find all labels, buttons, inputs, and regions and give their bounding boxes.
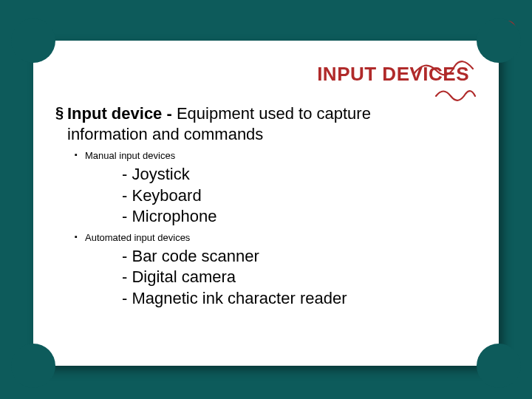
slide-card: INPUT DEVICES Input device - Equipment u… [33, 41, 499, 366]
section-heading: Automated input devices [55, 232, 477, 243]
list-item: Digital camera [122, 267, 477, 288]
definition-line: Input device - Equipment used to capture… [55, 103, 440, 144]
list-item: Joystick [122, 164, 477, 185]
section-list: Bar code scanner Digital camera Magnetic… [55, 246, 477, 310]
corner-notch [11, 18, 55, 63]
list-item: Keyboard [122, 185, 477, 207]
section-list: Joystick Keyboard Microphone [55, 164, 477, 228]
corner-notch [477, 344, 521, 388]
section-heading: Manual input devices [55, 150, 477, 161]
list-item: Magnetic ink character reader [122, 288, 477, 310]
slide-content: Input device - Equipment used to capture… [55, 103, 477, 314]
definition-term: Input device - [67, 104, 177, 123]
slide-title: INPUT DEVICES [317, 63, 469, 86]
corner-notch [11, 344, 55, 388]
corner-notch [477, 18, 521, 63]
list-item: Microphone [122, 206, 477, 228]
list-item: Bar code scanner [122, 246, 477, 267]
